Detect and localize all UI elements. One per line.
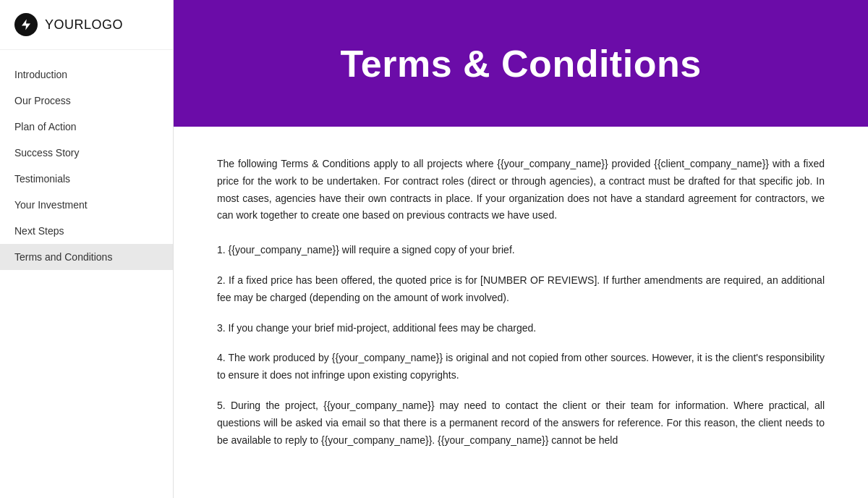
svg-marker-0 [22,20,30,30]
sidebar-item-your-investment[interactable]: Your Investment [0,192,173,218]
header-banner: Terms & Conditions [174,0,868,127]
sidebar-item-introduction[interactable]: Introduction [0,62,173,88]
content-area: The following Terms & Conditions apply t… [174,127,868,491]
terms-item-3: 3. If you change your brief mid-project,… [217,320,825,337]
terms-item-2: 2. If a fixed price has been offered, th… [217,272,825,307]
intro-paragraph: The following Terms & Conditions apply t… [217,156,825,224]
sidebar-item-plan-of-action[interactable]: Plan of Action [0,114,173,140]
logo-icon [14,13,38,36]
sidebar-item-terms-and-conditions[interactable]: Terms and Conditions [0,244,173,270]
logo-area: YOURLOGO [0,0,173,50]
main-content: Terms & Conditions The following Terms &… [174,0,868,498]
sidebar-nav: Introduction Our Process Plan of Action … [0,50,173,282]
sidebar: YOURLOGO Introduction Our Process Plan o… [0,0,174,498]
sidebar-item-testimonials[interactable]: Testimonials [0,166,173,192]
terms-item-5: 5. During the project, {{your_company_na… [217,397,825,449]
sidebar-item-next-steps[interactable]: Next Steps [0,218,173,244]
sidebar-item-success-story[interactable]: Success Story [0,140,173,166]
logo-text: YOURLOGO [45,17,123,33]
page-title: Terms & Conditions [340,42,701,85]
logo-light: LOGO [84,17,123,32]
terms-item-1: 1. {{your_company_name}} will require a … [217,242,825,259]
sidebar-item-our-process[interactable]: Our Process [0,88,173,114]
terms-item-4: 4. The work produced by {{your_company_n… [217,350,825,384]
logo-bold: YOUR [45,17,84,32]
lightning-bolt-icon [20,18,33,31]
